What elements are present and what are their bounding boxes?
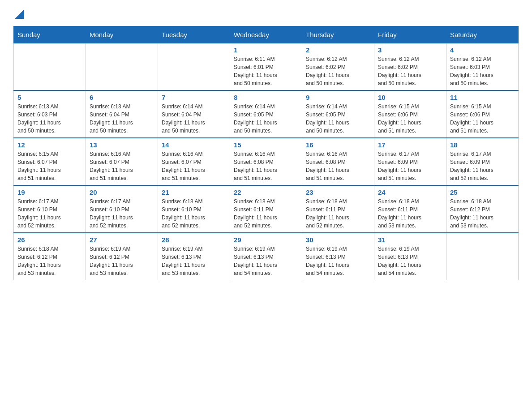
day-number: 2 (306, 46, 370, 54)
calendar-cell: 8Sunrise: 6:14 AM Sunset: 6:05 PM Daylig… (230, 90, 302, 138)
day-info: Sunrise: 6:19 AM Sunset: 6:13 PM Dayligh… (306, 245, 370, 277)
calendar-cell: 23Sunrise: 6:18 AM Sunset: 6:11 PM Dayli… (302, 185, 374, 233)
day-number: 21 (162, 188, 226, 196)
calendar-cell: 26Sunrise: 6:18 AM Sunset: 6:12 PM Dayli… (14, 233, 86, 280)
day-info: Sunrise: 6:17 AM Sunset: 6:09 PM Dayligh… (378, 150, 442, 182)
day-number: 29 (234, 236, 298, 244)
day-number: 1 (234, 46, 298, 54)
day-number: 30 (306, 236, 370, 244)
calendar-week-row: 5Sunrise: 6:13 AM Sunset: 6:03 PM Daylig… (14, 90, 519, 138)
day-number: 4 (450, 46, 515, 54)
calendar-cell: 13Sunrise: 6:16 AM Sunset: 6:07 PM Dayli… (86, 138, 158, 185)
day-info: Sunrise: 6:11 AM Sunset: 6:01 PM Dayligh… (234, 55, 298, 87)
day-info: Sunrise: 6:16 AM Sunset: 6:07 PM Dayligh… (162, 150, 226, 182)
day-number: 9 (306, 94, 370, 101)
calendar-cell: 11Sunrise: 6:15 AM Sunset: 6:06 PM Dayli… (446, 90, 519, 138)
calendar-cell: 5Sunrise: 6:13 AM Sunset: 6:03 PM Daylig… (14, 90, 86, 138)
logo-triangle-icon (15, 10, 24, 19)
calendar-week-row: 1Sunrise: 6:11 AM Sunset: 6:01 PM Daylig… (14, 43, 519, 91)
day-info: Sunrise: 6:19 AM Sunset: 6:13 PM Dayligh… (378, 245, 442, 277)
calendar-cell: 21Sunrise: 6:18 AM Sunset: 6:10 PM Dayli… (158, 185, 230, 233)
calendar-cell: 6Sunrise: 6:13 AM Sunset: 6:04 PM Daylig… (86, 90, 158, 138)
day-number: 20 (90, 188, 154, 196)
day-of-week-header: Friday (374, 26, 446, 43)
day-number: 12 (17, 141, 82, 149)
calendar-cell: 14Sunrise: 6:16 AM Sunset: 6:07 PM Dayli… (158, 138, 230, 185)
calendar-cell: 29Sunrise: 6:19 AM Sunset: 6:13 PM Dayli… (230, 233, 302, 280)
calendar-cell: 20Sunrise: 6:17 AM Sunset: 6:10 PM Dayli… (86, 185, 158, 233)
calendar-header-row: SundayMondayTuesdayWednesdayThursdayFrid… (14, 26, 519, 43)
day-of-week-header: Monday (86, 26, 158, 43)
logo (13, 9, 24, 19)
day-number: 24 (378, 188, 442, 196)
calendar-cell: 18Sunrise: 6:17 AM Sunset: 6:09 PM Dayli… (446, 138, 519, 185)
day-number: 27 (90, 236, 154, 244)
day-info: Sunrise: 6:17 AM Sunset: 6:10 PM Dayligh… (90, 197, 154, 230)
calendar-cell: 7Sunrise: 6:14 AM Sunset: 6:04 PM Daylig… (158, 90, 230, 138)
day-number: 13 (90, 141, 154, 149)
day-number: 19 (17, 188, 82, 196)
svg-marker-0 (15, 10, 24, 19)
calendar-cell: 2Sunrise: 6:12 AM Sunset: 6:02 PM Daylig… (302, 43, 374, 91)
day-info: Sunrise: 6:14 AM Sunset: 6:05 PM Dayligh… (306, 103, 370, 135)
day-info: Sunrise: 6:18 AM Sunset: 6:11 PM Dayligh… (306, 197, 370, 230)
calendar-cell: 3Sunrise: 6:12 AM Sunset: 6:02 PM Daylig… (374, 43, 446, 91)
day-of-week-header: Wednesday (230, 26, 302, 43)
day-number: 14 (162, 141, 226, 149)
day-info: Sunrise: 6:18 AM Sunset: 6:12 PM Dayligh… (17, 245, 82, 277)
day-info: Sunrise: 6:16 AM Sunset: 6:07 PM Dayligh… (90, 150, 154, 182)
day-number: 17 (378, 141, 442, 149)
calendar-cell: 30Sunrise: 6:19 AM Sunset: 6:13 PM Dayli… (302, 233, 374, 280)
day-number: 25 (450, 188, 515, 196)
day-number: 7 (162, 94, 226, 101)
calendar-table: SundayMondayTuesdayWednesdayThursdayFrid… (13, 26, 519, 280)
calendar-cell: 19Sunrise: 6:17 AM Sunset: 6:10 PM Dayli… (14, 185, 86, 233)
day-number: 23 (306, 188, 370, 196)
day-number: 15 (234, 141, 298, 149)
calendar-cell: 17Sunrise: 6:17 AM Sunset: 6:09 PM Dayli… (374, 138, 446, 185)
day-info: Sunrise: 6:19 AM Sunset: 6:13 PM Dayligh… (162, 245, 226, 277)
day-number: 11 (450, 94, 515, 101)
day-number: 10 (378, 94, 442, 101)
day-of-week-header: Tuesday (158, 26, 230, 43)
day-info: Sunrise: 6:19 AM Sunset: 6:13 PM Dayligh… (234, 245, 298, 277)
day-number: 22 (234, 188, 298, 196)
calendar-cell: 15Sunrise: 6:16 AM Sunset: 6:08 PM Dayli… (230, 138, 302, 185)
calendar-cell (86, 43, 158, 91)
calendar-cell: 12Sunrise: 6:15 AM Sunset: 6:07 PM Dayli… (14, 138, 86, 185)
day-info: Sunrise: 6:18 AM Sunset: 6:12 PM Dayligh… (450, 197, 515, 230)
day-number: 8 (234, 94, 298, 101)
day-info: Sunrise: 6:18 AM Sunset: 6:11 PM Dayligh… (378, 197, 442, 230)
day-of-week-header: Sunday (14, 26, 86, 43)
calendar-cell: 16Sunrise: 6:16 AM Sunset: 6:08 PM Dayli… (302, 138, 374, 185)
day-number: 5 (17, 94, 82, 101)
day-number: 28 (162, 236, 226, 244)
day-info: Sunrise: 6:19 AM Sunset: 6:12 PM Dayligh… (90, 245, 154, 277)
day-info: Sunrise: 6:17 AM Sunset: 6:09 PM Dayligh… (450, 150, 515, 182)
calendar-cell: 31Sunrise: 6:19 AM Sunset: 6:13 PM Dayli… (374, 233, 446, 280)
calendar-cell (14, 43, 86, 91)
calendar-week-row: 12Sunrise: 6:15 AM Sunset: 6:07 PM Dayli… (14, 138, 519, 185)
day-info: Sunrise: 6:12 AM Sunset: 6:03 PM Dayligh… (450, 55, 515, 87)
day-info: Sunrise: 6:16 AM Sunset: 6:08 PM Dayligh… (234, 150, 298, 182)
day-number: 16 (306, 141, 370, 149)
calendar-cell: 28Sunrise: 6:19 AM Sunset: 6:13 PM Dayli… (158, 233, 230, 280)
day-info: Sunrise: 6:18 AM Sunset: 6:11 PM Dayligh… (234, 197, 298, 230)
day-number: 3 (378, 46, 442, 54)
day-info: Sunrise: 6:14 AM Sunset: 6:05 PM Dayligh… (234, 103, 298, 135)
calendar-cell: 9Sunrise: 6:14 AM Sunset: 6:05 PM Daylig… (302, 90, 374, 138)
day-info: Sunrise: 6:16 AM Sunset: 6:08 PM Dayligh… (306, 150, 370, 182)
day-info: Sunrise: 6:13 AM Sunset: 6:03 PM Dayligh… (17, 103, 82, 135)
day-number: 26 (17, 236, 82, 244)
calendar-cell: 24Sunrise: 6:18 AM Sunset: 6:11 PM Dayli… (374, 185, 446, 233)
calendar-week-row: 19Sunrise: 6:17 AM Sunset: 6:10 PM Dayli… (14, 185, 519, 233)
calendar-cell: 4Sunrise: 6:12 AM Sunset: 6:03 PM Daylig… (446, 43, 519, 91)
day-number: 31 (378, 236, 442, 244)
day-number: 6 (90, 94, 154, 101)
calendar-week-row: 26Sunrise: 6:18 AM Sunset: 6:12 PM Dayli… (14, 233, 519, 280)
calendar-cell: 27Sunrise: 6:19 AM Sunset: 6:12 PM Dayli… (86, 233, 158, 280)
day-info: Sunrise: 6:14 AM Sunset: 6:04 PM Dayligh… (162, 103, 226, 135)
day-info: Sunrise: 6:13 AM Sunset: 6:04 PM Dayligh… (90, 103, 154, 135)
calendar-cell (158, 43, 230, 91)
page-header (13, 9, 519, 19)
